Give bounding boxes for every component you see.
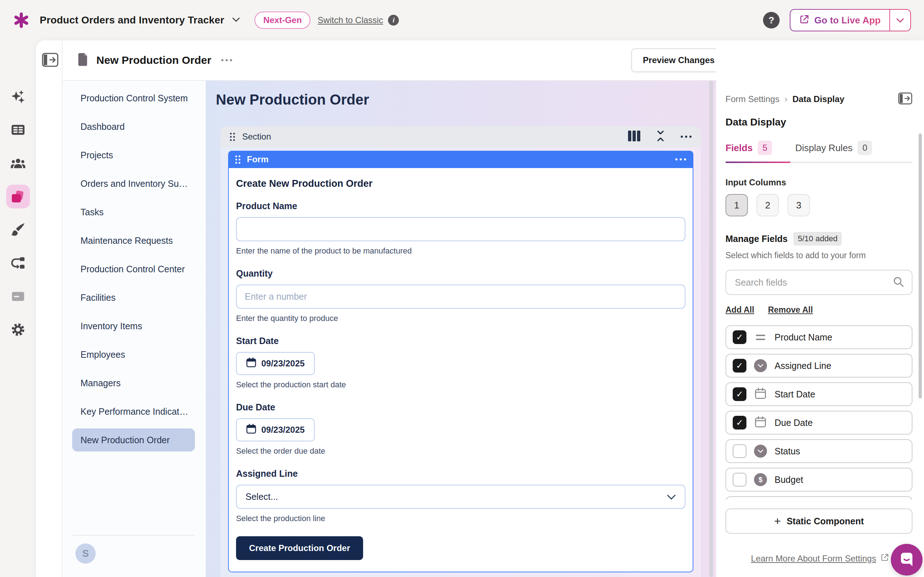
field-rows-list: ✓Product Name✓Assigned Line✓Start Date✓D… [725,325,913,500]
chevron-down-icon[interactable] [232,17,240,23]
section-block[interactable]: Section Form Creat [221,126,701,577]
checkbox[interactable]: ✓ [733,359,746,372]
field-row[interactable]: ✓Assigned Line [725,354,913,377]
checkbox[interactable] [733,473,746,487]
input-columns-option-1[interactable]: 1 [725,194,748,216]
sidebar-item[interactable]: Dashboard [72,115,195,138]
help-icon[interactable]: ? [763,12,780,29]
date-picker-button[interactable]: 09/23/2025 [236,418,315,442]
field-row[interactable]: ✓Start Date [725,382,913,406]
section-menu-icon[interactable] [681,135,691,138]
page-menu-icon[interactable] [221,59,232,61]
manage-fields-subtitle: Select which fields to add to your form [725,250,913,260]
card-icon[interactable] [6,285,30,308]
columns-icon[interactable] [628,131,640,143]
create-production-order-button[interactable]: Create Production Order [236,536,363,560]
form-label: Form [247,154,268,164]
drag-handle-icon[interactable] [230,133,235,141]
field-label: Due Date [236,402,685,413]
sidebar-item[interactable]: Employees [72,343,195,366]
gear-icon[interactable] [6,318,30,342]
info-icon[interactable]: i [388,15,399,26]
field-label: Assigned Line [236,468,685,479]
checkbox[interactable]: ✓ [733,387,746,401]
field-row-label: Due Date [775,417,813,428]
sidebar-item[interactable]: Tasks [72,200,195,224]
remove-all-link[interactable]: Remove All [768,305,813,316]
people-icon[interactable] [6,152,30,175]
go-to-live-app-button[interactable]: Go to Live App [790,9,911,31]
sidebar-item[interactable]: Facilities [72,286,195,309]
calendar-icon [246,357,256,370]
date-picker-button[interactable]: 09/23/2025 [236,352,315,375]
tab-fields[interactable]: Fields 5 [725,141,772,155]
canvas-scrollbar[interactable] [709,81,713,577]
input-columns-option-3[interactable]: 3 [788,194,810,216]
sidebar-item[interactable]: Production Control Center [72,258,195,280]
field-label: Product Name [236,200,685,211]
field-row[interactable]: ✓Due Date [725,411,913,435]
table-icon[interactable] [6,118,30,142]
select-value: Select... [246,492,278,502]
calendar-icon [246,424,256,436]
search-fields-input[interactable] [734,277,893,288]
sidebar-item[interactable]: New Production Order [72,429,195,451]
select-control[interactable]: Select... [236,485,685,509]
form-field: Assigned LineSelect...Select the product… [236,468,685,523]
form-menu-icon[interactable] [675,158,686,161]
field-row[interactable]: ✓Product Name [725,325,913,349]
panel-scrollbar[interactable] [919,134,922,398]
chevron-circle-icon [754,359,767,372]
breadcrumb-form-settings[interactable]: Form Settings [725,94,779,104]
collapse-panel-icon[interactable] [898,92,913,106]
field-row[interactable]: $Budget [725,468,913,492]
sidebar-item[interactable]: Orders and Inventory Su… [72,172,195,195]
input-columns-options: 123 [725,194,913,216]
field-row-label: Budget [775,475,803,485]
icon-rail [0,40,36,577]
checkbox[interactable]: ✓ [733,416,746,429]
learn-more-link[interactable]: Learn More About Form Settings [751,554,876,564]
field-row[interactable]: Status [725,439,913,463]
sidebar-item[interactable]: Production Control System [72,87,195,110]
next-gen-badge: Next-Gen [254,11,310,29]
section-header[interactable]: Section [221,126,701,147]
drag-handle-icon[interactable] [235,155,241,164]
field-helper-text: Enter the name of the product to be manu… [236,246,685,256]
static-component-button[interactable]: + Static Component [725,508,913,534]
sidebar-item[interactable]: Projects [72,143,195,167]
app-logo-icon[interactable] [13,12,30,29]
breadcrumb: Form Settings › Data Display [725,93,913,105]
checkbox[interactable]: ✓ [733,330,746,344]
panel-title: Data Display [725,116,913,128]
form-header[interactable]: Form [228,151,693,168]
tab-display-rules[interactable]: Display Rules 0 [795,141,872,155]
field-input[interactable] [236,217,685,241]
pages-icon[interactable] [6,185,30,208]
collapse-vertical-icon[interactable] [656,130,666,143]
collapse-sidebar-icon[interactable] [42,53,58,69]
brush-icon[interactable] [6,218,30,241]
field-row-clipped[interactable] [725,496,913,500]
workspace-initial-badge[interactable]: S [76,543,96,564]
field-input[interactable] [236,285,685,309]
sparkles-icon[interactable] [6,85,30,109]
sidebar-item[interactable]: Key Performance Indicat… [72,400,195,423]
switch-to-classic-link[interactable]: Switch to Classic [318,15,383,25]
fields-added-badge: 5/10 added [793,232,842,246]
sidebar-item[interactable]: Inventory Items [72,314,195,338]
live-app-dropdown[interactable] [890,10,910,31]
workflow-icon[interactable] [6,251,30,275]
checkbox[interactable] [733,444,746,458]
chat-widget-button[interactable] [891,544,922,575]
sidebar-item[interactable]: Managers [72,371,195,395]
sidebar-item[interactable]: Maintenance Requests [72,229,195,252]
search-fields-box[interactable] [725,270,913,295]
preview-changes-button[interactable]: Preview Changes [631,48,726,72]
live-app-label: Go to Live App [814,15,881,26]
form-component[interactable]: Form Create New Production Order Product… [228,151,693,572]
add-all-link[interactable]: Add All [725,305,754,316]
top-bar: Product Orders and Inventory Tracker Nex… [0,0,924,40]
calendar-icon [755,388,766,401]
input-columns-option-2[interactable]: 2 [756,194,779,216]
